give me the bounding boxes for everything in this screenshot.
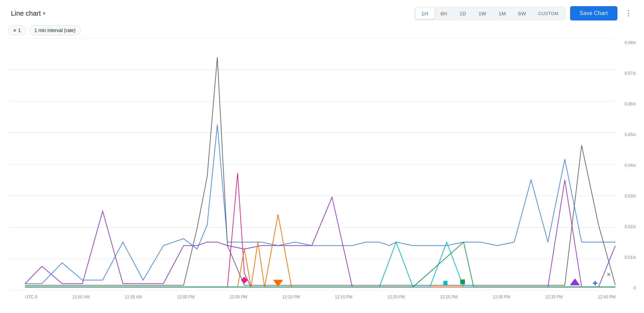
x-label-1240: 12:40 PM	[598, 295, 615, 299]
more-options-button[interactable]: ⋮	[622, 7, 636, 20]
time-btn-1d[interactable]: 1D	[453, 8, 472, 19]
filter-count: 1	[18, 28, 21, 33]
dropdown-arrow-icon: ▾	[43, 11, 45, 16]
y-label-7: 0.07/s	[625, 71, 636, 76]
save-chart-button[interactable]: Save Chart	[570, 6, 617, 20]
header: Line chart ▾ 1H 6H 1D 1W 1M 6W CUSTOM Sa…	[0, 0, 644, 24]
x-label-1215: 12:15 PM	[335, 295, 352, 299]
y-label-0: 0	[633, 286, 636, 290]
y-label-2: 0.02/s	[625, 224, 636, 229]
x-label-1155: 11:55 AM	[125, 295, 142, 299]
x-label-1225: 12:25 PM	[440, 295, 458, 299]
line-chart-svg: ✚ ✕	[8, 38, 615, 290]
filter-icon: ≡	[13, 28, 16, 33]
plus-marker: ✚	[593, 280, 598, 287]
y-label-6: 0.06/s	[625, 102, 636, 106]
y-label-8: 0.08/s	[625, 40, 636, 45]
more-icon: ⋮	[625, 9, 632, 17]
time-btn-1m[interactable]: 1M	[492, 8, 512, 19]
chart-type-button[interactable]: Line chart ▾	[8, 8, 48, 19]
x-label-1205: 12:05 PM	[230, 295, 247, 299]
toolbar: ≡ 1 1 min interval (rate)	[0, 24, 644, 38]
time-range-group: 1H 6H 1D 1W 1M 6W CUSTOM	[414, 6, 566, 20]
time-btn-1h[interactable]: 1H	[415, 8, 434, 19]
x-marker: ✕	[607, 271, 611, 278]
time-btn-1w[interactable]: 1W	[472, 8, 492, 19]
y-label-5: 0.05/s	[625, 132, 636, 137]
x-label-1210: 12:10 PM	[282, 295, 300, 299]
square-marker-1	[460, 280, 465, 284]
time-btn-6w[interactable]: 6W	[512, 8, 532, 19]
time-btn-6h[interactable]: 6H	[434, 8, 454, 19]
filter-button[interactable]: ≡ 1	[8, 25, 26, 35]
y-label-4: 0.04/s	[625, 163, 636, 168]
chart-svg-container: ✚ ✕	[8, 38, 615, 290]
square-marker-2	[443, 281, 447, 285]
y-axis: 0.08/s 0.07/s 0.06/s 0.05/s 0.04/s 0.03/…	[615, 38, 636, 301]
x-label-1235: 12:35 PM	[545, 295, 563, 299]
x-axis: UTC-5 11:50 AM 11:55 AM 12:00 PM 12:05 P…	[8, 290, 615, 301]
chart-type-label: Line chart	[11, 10, 41, 17]
x-label-1200: 12:00 PM	[177, 295, 195, 299]
x-label-1220: 12:20 PM	[387, 295, 405, 299]
x-label-1230: 12:30 PM	[493, 295, 510, 299]
interval-button[interactable]: 1 min interval (rate)	[29, 25, 81, 35]
x-label-utc: UTC-5	[25, 295, 37, 299]
triangle-marker-2	[570, 279, 580, 285]
y-label-3: 0.03/s	[625, 194, 636, 198]
x-label-1150: 11:50 AM	[72, 295, 90, 299]
time-btn-custom[interactable]: CUSTOM	[532, 8, 565, 19]
y-label-1: 0.01/s	[625, 255, 636, 260]
chart-area: 0.08/s 0.07/s 0.06/s 0.05/s 0.04/s 0.03/…	[8, 38, 636, 301]
